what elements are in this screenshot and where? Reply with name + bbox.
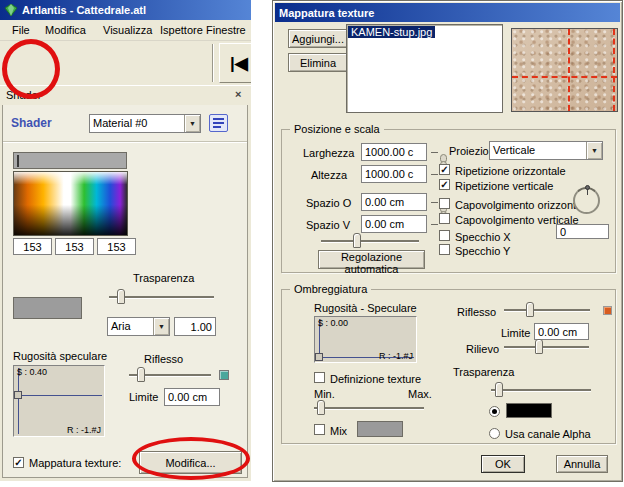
graph-top-value: $ : 0.00: [318, 318, 348, 328]
slider-thumb[interactable]: [317, 400, 325, 415]
dialog-limit-label: Limite: [501, 327, 530, 339]
mix-label: Mix: [330, 425, 347, 437]
space-o-label: Spazio O: [306, 197, 351, 209]
slider-thumb[interactable]: [495, 382, 503, 397]
scale-slider[interactable]: [321, 233, 419, 249]
menu-file[interactable]: File: [12, 24, 30, 36]
medium-select-value: Aria: [108, 318, 153, 335]
limit-field[interactable]: [164, 388, 220, 406]
space-v-label: Spazio V: [306, 219, 350, 231]
reflection-label: Riflesso: [144, 353, 183, 365]
slider-thumb[interactable]: [353, 233, 361, 248]
rotation-field[interactable]: [556, 224, 609, 239]
graph-bottom-value: R : -1.#J: [67, 425, 101, 435]
slider-thumb[interactable]: [117, 289, 125, 304]
repeat-horizontal-checkbox[interactable]: ✓: [439, 164, 450, 175]
height-field[interactable]: [361, 165, 427, 183]
auto-adjust-button[interactable]: Regolazione automatica: [318, 250, 425, 269]
relief-slider[interactable]: [504, 339, 589, 355]
rgb-red-field[interactable]: [13, 238, 52, 255]
ok-button[interactable]: OK: [481, 455, 525, 473]
dialog-titlebar[interactable]: Mappatura texture: [275, 3, 620, 22]
slider-thumb[interactable]: [526, 302, 534, 317]
medium-select[interactable]: Aria ▼: [107, 317, 170, 336]
projection-select-value: Verticale: [490, 142, 586, 159]
texture-mapping-checkbox[interactable]: ✓: [13, 457, 24, 468]
mirror-x-label: Specchio X: [455, 231, 511, 243]
position-scale-title: Posizione e scala: [290, 123, 384, 135]
texture-definition-checkbox[interactable]: [314, 372, 325, 383]
window-titlebar[interactable]: Artlantis - Cattedrale.atl: [0, 0, 251, 20]
flip-horizontal-checkbox[interactable]: [439, 198, 450, 209]
orange-marker[interactable]: [603, 306, 612, 315]
transparency-color-radio[interactable]: [489, 406, 500, 417]
dialog-title: Mappatura texture: [279, 7, 374, 19]
transparency-slider[interactable]: [109, 289, 214, 305]
refraction-value-field[interactable]: [174, 317, 216, 336]
delete-texture-button[interactable]: Elimina: [288, 53, 348, 72]
rotation-dial[interactable]: [573, 187, 600, 214]
go-first-frame-button[interactable]: |◀: [219, 43, 251, 83]
slider-thumb[interactable]: [137, 367, 145, 382]
slider-track: [491, 389, 591, 391]
texture-definition-label: Definizione texture: [330, 373, 421, 385]
rgb-green-field[interactable]: [55, 238, 94, 255]
graph-handle[interactable]: [315, 353, 323, 361]
projection-select[interactable]: Verticale ▼: [489, 141, 603, 160]
texture-list[interactable]: KAMEN-stup.jpg: [346, 24, 503, 113]
mix-color-swatch[interactable]: [357, 421, 403, 437]
space-o-field[interactable]: [361, 193, 427, 211]
dialog-transparency-slider[interactable]: [491, 382, 591, 398]
link-dash: [431, 174, 438, 175]
annotation-ellipse-modify: [132, 437, 250, 480]
alpha-channel-radio[interactable]: [489, 428, 500, 439]
graph-handle[interactable]: [14, 391, 22, 399]
reflection-slider[interactable]: [129, 367, 211, 383]
rgb-blue-field[interactable]: [97, 238, 136, 255]
cancel-button[interactable]: Annulla: [556, 455, 608, 473]
color-preview-bar[interactable]: [13, 152, 127, 169]
alpha-channel-label: Usa canale Alpha: [505, 428, 591, 440]
transparency-color-swatch[interactable]: [13, 297, 82, 319]
specular-roughness-label: Rugosità speculare: [13, 350, 107, 362]
add-texture-button[interactable]: Aggiungi...: [288, 29, 348, 48]
material-list-button[interactable]: [209, 114, 228, 132]
min-max-slider[interactable]: [314, 400, 424, 416]
dialog-limit-field[interactable]: [534, 323, 589, 340]
dial-knob[interactable]: [585, 185, 590, 190]
material-select[interactable]: Material #0 ▼: [89, 114, 201, 133]
max-label: Max.: [408, 388, 432, 400]
texture-list-item-selected[interactable]: KAMEN-stup.jpg: [348, 26, 435, 38]
mirror-y-checkbox[interactable]: [439, 244, 450, 255]
space-v-field[interactable]: [361, 215, 427, 233]
teal-marker[interactable]: [219, 370, 229, 380]
skip-to-start-icon: |◀: [230, 53, 248, 74]
menu-modifica[interactable]: Modifica: [45, 24, 86, 36]
material-select-value: Material #0: [90, 115, 184, 132]
shader-panel-body: Shader Material #0 ▼ Trasparenza: [2, 105, 248, 478]
flip-vertical-checkbox[interactable]: [439, 213, 450, 224]
mirror-x-checkbox[interactable]: [439, 230, 450, 241]
color-picker-gradient[interactable]: [13, 171, 128, 236]
repeat-vertical-checkbox[interactable]: ✓: [439, 179, 450, 190]
slider-thumb[interactable]: [535, 339, 543, 354]
menu-finestre[interactable]: Finestre: [206, 24, 246, 36]
chevron-down-icon[interactable]: ▼: [586, 142, 602, 159]
texture-preview: [511, 28, 618, 112]
menu-ispettore[interactable]: Ispettore: [160, 24, 203, 36]
texture-mapping-dialog: Mappatura texture Aggiungi... Elimina KA…: [272, 0, 623, 482]
dialog-roughness-label: Rugosità - Speculare: [314, 302, 417, 314]
chevron-down-icon[interactable]: ▼: [153, 318, 169, 335]
chevron-down-icon[interactable]: ▼: [184, 115, 200, 132]
menu-visualizza[interactable]: Visualizza: [103, 24, 152, 36]
mix-checkbox[interactable]: [314, 424, 325, 435]
width-field[interactable]: [361, 143, 427, 161]
specular-roughness-graph[interactable]: $ : 0.40 R : -1.#J: [13, 365, 105, 437]
panel-close-icon[interactable]: ×: [235, 88, 241, 100]
dialog-roughness-graph[interactable]: $ : 0.00 R : -1.#J: [314, 316, 417, 363]
transparency-black-swatch[interactable]: [506, 403, 552, 418]
menu-bar: File Modifica Visualizza Ispettore Fines…: [0, 20, 251, 41]
dialog-transparency-label: Trasparenza: [453, 366, 514, 378]
dialog-reflection-slider[interactable]: [504, 302, 590, 318]
texture-mapping-label: Mappatura texture:: [29, 457, 121, 469]
